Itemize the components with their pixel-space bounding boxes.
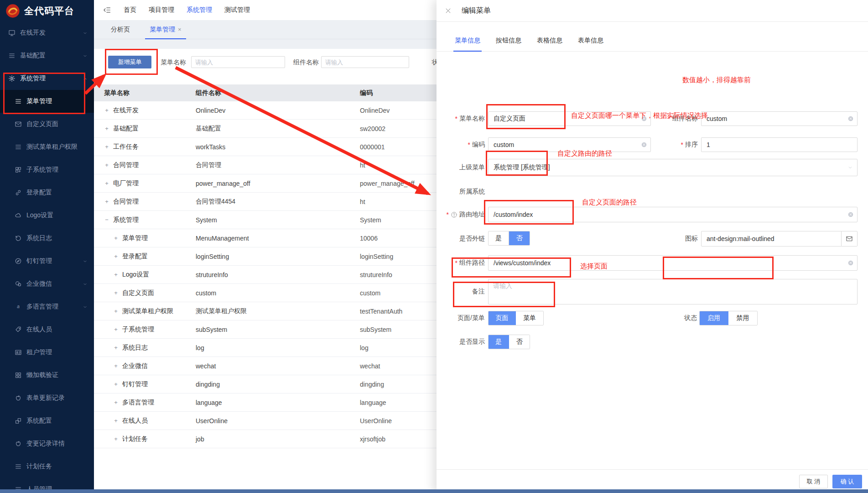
clear-icon[interactable] — [641, 115, 647, 122]
icon-picker-button[interactable] — [842, 231, 858, 246]
chevron-icon — [83, 419, 88, 424]
sidebar-item[interactable]: 系统日志 — [0, 227, 94, 250]
component-path-label: 组件路径 — [459, 259, 485, 267]
row-expander-icon[interactable]: + — [104, 143, 109, 150]
row-expander-icon[interactable]: + — [113, 235, 119, 241]
sidebar-item[interactable]: 在线开发 — [0, 21, 94, 44]
row-expander-icon[interactable]: − — [104, 216, 109, 223]
parent-menu-select[interactable]: 系统管理 [系统管理] — [488, 159, 858, 176]
menu-name-input[interactable] — [488, 111, 651, 126]
top-nav-item[interactable]: 测试管理 — [224, 6, 250, 14]
component-name-input[interactable] — [701, 111, 858, 126]
clear-icon[interactable] — [847, 260, 854, 266]
clear-icon[interactable] — [641, 142, 647, 148]
sidebar-item-label: 租户管理 — [26, 348, 52, 357]
drawer-tab[interactable]: 菜单信息 — [455, 37, 480, 51]
row-expander-icon[interactable]: + — [113, 417, 119, 424]
row-expander-icon[interactable]: + — [113, 381, 119, 388]
row-component-name: custom — [196, 289, 360, 297]
component-name-label: 组件名称 — [672, 115, 698, 123]
chevron-icon — [83, 464, 88, 469]
row-expander-icon[interactable]: + — [113, 326, 119, 333]
row-expander-icon[interactable]: + — [104, 107, 109, 114]
sidebar-item-icon: a — [15, 303, 22, 310]
drawer-tab[interactable]: 按钮信息 — [496, 37, 521, 51]
segment-option[interactable]: 禁用 — [728, 311, 757, 325]
segment-option[interactable]: 页面 — [489, 311, 516, 325]
segment-option[interactable]: 是 — [489, 335, 509, 349]
row-component-name: 合同管理4454 — [196, 198, 360, 206]
visible-label: 是否显示 — [459, 338, 485, 346]
close-icon[interactable] — [445, 7, 452, 14]
row-expander-icon[interactable]: + — [113, 399, 119, 406]
row-component-name: job — [196, 435, 360, 443]
row-expander-icon[interactable]: + — [113, 271, 119, 278]
sidebar-item-icon — [8, 29, 16, 37]
tab-close-icon[interactable]: × — [178, 26, 182, 33]
component-path-input[interactable] — [488, 255, 858, 271]
row-menu-name: 基础配置 — [113, 125, 139, 133]
svg-text:a: a — [17, 304, 20, 309]
sidebar-item[interactable]: 菜单管理 — [0, 90, 94, 113]
sidebar-item-label: 计划任务 — [26, 462, 52, 471]
row-expander-icon[interactable]: + — [113, 289, 119, 296]
page-tab[interactable]: 分析页 — [106, 20, 137, 39]
clear-icon[interactable] — [847, 211, 854, 218]
drawer-tab[interactable]: 表格信息 — [537, 37, 562, 51]
segment-option[interactable]: 否 — [509, 231, 530, 245]
confirm-button[interactable]: 确 认 — [832, 475, 862, 488]
menu-name-filter-input[interactable] — [191, 56, 285, 68]
segment-option[interactable]: 菜单 — [516, 311, 543, 325]
segment-option[interactable]: 启用 — [700, 311, 728, 325]
segment-option[interactable]: 是 — [489, 231, 509, 245]
code-input[interactable] — [488, 137, 651, 152]
sidebar-item[interactable]: 企业微信 — [0, 273, 94, 295]
row-expander-icon[interactable]: + — [113, 362, 119, 369]
remark-textarea[interactable] — [488, 279, 858, 304]
system-label: 所属系统 — [459, 188, 485, 196]
top-nav-item[interactable]: 项目管理 — [149, 6, 174, 14]
row-expander-icon[interactable]: + — [113, 435, 119, 442]
page-tab[interactable]: 菜单管理 × — [145, 20, 186, 39]
sidebar-item[interactable]: 变更记录详情 — [0, 432, 94, 455]
sidebar-item[interactable]: a 多语言管理 — [0, 295, 94, 318]
sidebar-item[interactable]: 登录配置 — [0, 181, 94, 204]
top-nav-item[interactable]: 首页 — [124, 6, 136, 14]
sidebar-item[interactable]: Logo设置 — [0, 204, 94, 227]
row-expander-icon[interactable]: + — [113, 308, 119, 315]
cancel-button[interactable]: 取 消 — [799, 475, 828, 488]
sidebar-item[interactable]: 计划任务 — [0, 455, 94, 478]
row-menu-name: 钉钉管理 — [122, 380, 148, 388]
menu-fold-icon[interactable] — [103, 6, 111, 14]
row-expander-icon[interactable]: + — [104, 125, 109, 132]
sidebar-item[interactable]: 子系统管理 — [0, 158, 94, 181]
route-input[interactable] — [488, 207, 858, 222]
row-expander-icon[interactable]: + — [104, 180, 109, 187]
sort-input[interactable] — [701, 137, 858, 152]
sidebar-item-label: 钉钉管理 — [26, 257, 52, 265]
sidebar-item[interactable]: 在线人员 — [0, 318, 94, 341]
top-nav-item[interactable]: 系统管理 — [187, 6, 212, 14]
segment-option[interactable]: 否 — [509, 335, 530, 349]
sidebar-item-icon — [15, 189, 22, 196]
component-name-filter-input[interactable] — [321, 56, 409, 68]
icon-input[interactable] — [701, 231, 842, 246]
add-menu-button[interactable]: 新增菜单 — [108, 56, 151, 68]
sidebar-item[interactable]: 自定义页面 — [0, 113, 94, 136]
row-expander-icon[interactable]: + — [113, 253, 119, 260]
row-expander-icon[interactable]: + — [113, 344, 119, 351]
sidebar-item[interactable]: 钉钉管理 — [0, 250, 94, 273]
sidebar-item[interactable]: 懒加载验证 — [0, 364, 94, 387]
sidebar-item[interactable]: 租户管理 — [0, 341, 94, 364]
sidebar-item-icon — [15, 372, 22, 379]
drawer-tab[interactable]: 表单信息 — [578, 37, 603, 51]
row-expander-icon[interactable]: + — [104, 162, 109, 168]
sidebar-item[interactable]: 系统管理 — [0, 67, 94, 90]
chevron-icon — [83, 304, 88, 309]
row-expander-icon[interactable]: + — [104, 198, 109, 205]
sidebar-item[interactable]: 测试菜单租户权限 — [0, 136, 94, 158]
sidebar-item[interactable]: 表单更新记录 — [0, 387, 94, 409]
sidebar-item[interactable]: 基础配置 — [0, 44, 94, 67]
sidebar-item[interactable]: 系统配置 — [0, 409, 94, 432]
clear-icon[interactable] — [847, 115, 854, 122]
